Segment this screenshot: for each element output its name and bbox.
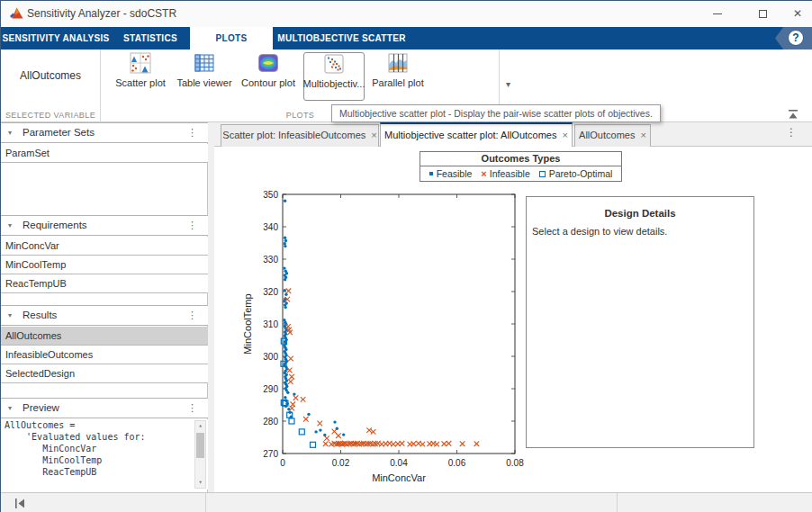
pareto-marker-icon [539, 171, 546, 177]
close-button[interactable]: ✕ [782, 1, 812, 27]
sidebar: ▾ Parameter Sets ⋮ ParamSet ▾ Requiremen… [1, 122, 208, 492]
svg-text:0.04: 0.04 [390, 458, 408, 468]
list-item-selecteddesign[interactable]: SelectedDesign [1, 364, 208, 383]
design-details-panel: Design Details Select a design to view d… [526, 196, 754, 448]
scatter-plot-axes[interactable]: 00.020.040.060.0827028029030031032033034… [242, 181, 539, 491]
help-icon: ? [788, 30, 804, 46]
selected-variable-value[interactable]: AllOutcomes [1, 69, 100, 82]
svg-text:290: 290 [263, 384, 278, 394]
preview-line: MinCoolTemp [1, 454, 208, 466]
window-close-icon: ✕ [793, 7, 802, 20]
preview-line: MinConcVar [1, 443, 208, 454]
tab-label: Scatter plot: InfeasibleOutcomes [222, 130, 365, 140]
scatter-plot-label: Scatter plot [115, 77, 166, 88]
kebab-menu-icon[interactable]: ⋮ [187, 123, 197, 142]
minimize-button[interactable] [702, 1, 733, 27]
panel-collapse-icon[interactable]: ▾ [8, 399, 12, 418]
table-viewer-label: Table viewer [176, 77, 231, 88]
panel-collapse-icon[interactable]: ▾ [8, 216, 12, 235]
design-details-title: Design Details [527, 208, 753, 219]
app-window: Sensitivity Analyzer - sdoCSTR ✕ SENSITI… [0, 0, 812, 512]
status-bar-divider [617, 493, 618, 512]
table-viewer-button[interactable]: Table viewer [174, 52, 235, 99]
tab-scatter-plot-infeasibleoutcomes[interactable]: Scatter plot: InfeasibleOutcomes× [221, 124, 379, 147]
scrollbar-thumb[interactable] [196, 433, 204, 458]
plot-legend: Outcomes Types Feasible × Infeasible Par… [420, 151, 622, 182]
parallel-plot-icon [387, 52, 409, 74]
contour-plot-button[interactable]: Contour plot [238, 52, 299, 99]
scroll-down-icon[interactable]: ▾ [195, 478, 205, 488]
svg-text:MinCoolTemp: MinCoolTemp [242, 293, 253, 354]
tab-alloutcomes[interactable]: AllOutcomes× [574, 124, 651, 147]
svg-text:330: 330 [263, 255, 278, 265]
selected-variable-section-label: SELECTED VARIABLE [1, 111, 100, 120]
list-item-alloutcomes[interactable]: AllOutcomes [1, 327, 208, 346]
tab-label: AllOutcomes [579, 130, 635, 140]
legend-item-infeasible[interactable]: × Infeasible [481, 168, 529, 179]
preview-line: AllOutcomes = [1, 419, 208, 431]
minimize-icon [713, 13, 722, 14]
svg-text:0: 0 [280, 458, 285, 468]
plot-document: Outcomes Types Feasible × Infeasible Par… [214, 147, 812, 492]
feasible-marker-icon [429, 172, 433, 175]
preview-line: 'Evaluated values for: [1, 431, 208, 443]
panel-header-parameter-sets[interactable]: ▾ Parameter Sets ⋮ [1, 122, 208, 143]
preview-line: ReacTempUB [1, 466, 208, 478]
list-item-mincooltemp[interactable]: MinCoolTemp [1, 256, 208, 274]
maximize-icon [759, 10, 767, 18]
ribbon-tab-statistics[interactable]: STATISTICS [111, 27, 190, 49]
document-tab-bar: Scatter plot: InfeasibleOutcomes× Multio… [214, 122, 812, 147]
collapse-ribbon-button[interactable] [786, 110, 800, 120]
svg-text:320: 320 [263, 287, 278, 297]
collapse-left-icon [19, 499, 25, 508]
maximize-button[interactable] [747, 1, 778, 27]
panel-header-requirements[interactable]: ▾ Requirements ⋮ [1, 215, 208, 236]
svg-text:350: 350 [263, 190, 278, 200]
svg-text:280: 280 [263, 417, 278, 427]
tab-bar-kebab-icon[interactable]: ⋮ [786, 126, 797, 139]
ribbon-tab-multiobjective-scatter-plot[interactable]: MULTIOBJECTIVE SCATTER PLOT [273, 27, 411, 49]
parallel-plot-label: Parallel plot [372, 77, 423, 88]
scroll-up-icon[interactable]: ▴ [195, 421, 205, 431]
legend-item-feasible[interactable]: Feasible [429, 168, 473, 179]
status-bar-divider [205, 493, 206, 512]
chevron-down-icon: ▾ [506, 79, 510, 89]
kebab-menu-icon[interactable]: ⋮ [187, 216, 197, 235]
tab-close-icon[interactable]: × [640, 130, 645, 140]
svg-text:300: 300 [263, 352, 278, 362]
help-button[interactable]: ? [775, 27, 812, 49]
tab-close-icon[interactable]: × [562, 130, 567, 140]
legend-item-pareto-optimal[interactable]: Pareto-Optimal [539, 168, 613, 179]
panel-title: Requirements [23, 216, 87, 235]
ribbon-tab-plots[interactable]: PLOTS [190, 27, 273, 49]
scatter-plot-button[interactable]: Scatter plot [110, 52, 171, 99]
multiobjective-scatter-plot-icon [323, 53, 345, 75]
preview-scrollbar[interactable]: ▴ ▾ [194, 420, 206, 489]
list-item-infeasibleoutcomes[interactable]: InfeasibleOutcomes [1, 346, 208, 364]
svg-text:310: 310 [263, 319, 278, 329]
list-item-reactempub[interactable]: ReacTempUB [1, 274, 208, 293]
collapse-up-icon [789, 113, 798, 119]
svg-text:340: 340 [263, 222, 278, 232]
list-item-paramset[interactable]: ParamSet [1, 144, 208, 163]
tab-multiobjective-scatter-plot-alloutcomes[interactable]: Multiobjective scatter plot: AllOutcomes… [380, 122, 573, 147]
svg-text:0.06: 0.06 [448, 458, 466, 468]
ribbon-tab-bar: SENSITIVITY ANALYSIS STATISTICS PLOTS MU… [1, 27, 812, 49]
panel-collapse-icon[interactable]: ▾ [8, 306, 12, 325]
panel-collapse-icon[interactable]: ▾ [8, 123, 12, 142]
collapse-sidebar-button[interactable] [14, 498, 26, 509]
list-item-minconcvar[interactable]: MinConcVar [1, 237, 208, 256]
legend-title: Outcomes Types [420, 152, 621, 166]
tab-close-icon[interactable]: × [371, 130, 376, 140]
svg-text:0.02: 0.02 [332, 458, 350, 468]
ribbon-tab-sensitivity-analysis[interactable]: SENSITIVITY ANALYSIS [1, 27, 111, 49]
contour-plot-icon [257, 52, 279, 74]
window-title: Sensitivity Analyzer - sdoCSTR [27, 1, 176, 27]
panel-header-results[interactable]: ▾ Results ⋮ [1, 305, 208, 326]
multiobjective-scatter-plot-button[interactable]: Multiobjectiv... [303, 52, 365, 101]
kebab-menu-icon[interactable]: ⋮ [187, 306, 197, 325]
legend-label: Pareto-Optimal [549, 168, 613, 179]
kebab-menu-icon[interactable]: ⋮ [187, 399, 197, 418]
panel-header-preview[interactable]: ▾ Preview ⋮ [1, 398, 208, 418]
parallel-plot-button[interactable]: Parallel plot [367, 52, 429, 99]
